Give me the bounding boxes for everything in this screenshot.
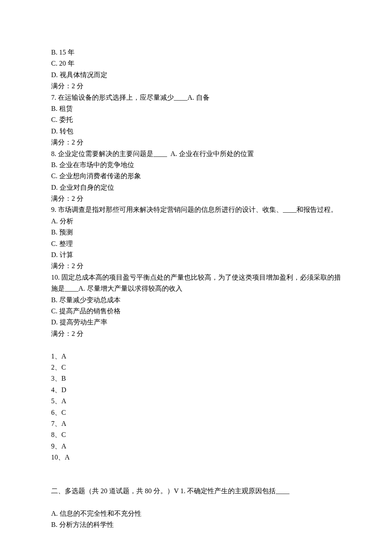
answer-7: 7、A [51, 418, 341, 429]
section2-option-a: A. 信息的不完全性和不充分性 [51, 508, 341, 519]
blank-gap [51, 463, 341, 486]
q10-option-d: D. 提高劳动生产率 [51, 317, 341, 328]
q7-option-c: C. 委托 [51, 114, 341, 125]
q9-option-c: C. 整理 [51, 238, 341, 249]
answer-8: 8、C [51, 429, 341, 440]
q7-stem: 7. 在运输设备的形式选择上，应尽量减少____A. 自备 [51, 92, 341, 103]
q9-option-b: B. 预测 [51, 227, 341, 238]
answer-9: 9、A [51, 441, 341, 452]
answer-1: 1、A [51, 351, 341, 362]
q10-option-c: C. 提高产品的销售价格 [51, 306, 341, 317]
answer-3: 3、B [51, 373, 341, 384]
q8-option-b: B. 企业在市场中的竞争地位 [51, 159, 341, 171]
q7-option-b: B. 租赁 [51, 103, 341, 114]
document-page: B. 15 年 C. 20 年 D. 视具体情况而定 满分：2 分 7. 在运输… [0, 0, 392, 555]
q10-option-b: B. 尽量减少变动总成本 [51, 295, 341, 306]
section2-heading: 二、多选题（共 20 道试题，共 80 分。）V 1. 不确定性产生的主观原因包… [51, 486, 341, 497]
q6-option-c: C. 20 年 [51, 58, 341, 69]
q10-stem: 10. 固定总成本高的项目盈亏平衡点处的产量也比较高，为了使这类项目增加盈利，必… [51, 272, 341, 295]
q7-option-d: D. 转包 [51, 126, 341, 137]
blank-line [51, 339, 341, 350]
q9-score: 满分：2 分 [51, 260, 341, 272]
answer-2: 2、C [51, 362, 341, 373]
answer-10: 10、A [51, 452, 341, 463]
q8-score: 满分：2 分 [51, 193, 341, 204]
answer-5: 5、A [51, 396, 341, 407]
q8-stem: 8. 企业定位需要解决的主要问题是____ A. 企业在行业中所处的位置 [51, 148, 341, 159]
blank-line-2 [51, 497, 341, 508]
q8-option-d: D. 企业对自身的定位 [51, 182, 341, 193]
q9-stem: 9. 市场调查是指对那些可用来解决特定营销问题的信息所进行的设计、收集、____… [51, 204, 341, 227]
q6-score: 满分：2 分 [51, 81, 341, 92]
q6-option-d: D. 视具体情况而定 [51, 69, 341, 81]
q9-option-d: D. 计算 [51, 249, 341, 260]
section2-option-b: B. 分析方法的科学性 [51, 519, 341, 530]
q7-score: 满分：2 分 [51, 137, 341, 148]
answer-6: 6、C [51, 407, 341, 418]
q8-option-c: C. 企业想向消费者传递的形象 [51, 171, 341, 182]
answer-4: 4、D [51, 384, 341, 396]
q10-score: 满分：2 分 [51, 328, 341, 339]
q6-option-b: B. 15 年 [51, 47, 341, 58]
